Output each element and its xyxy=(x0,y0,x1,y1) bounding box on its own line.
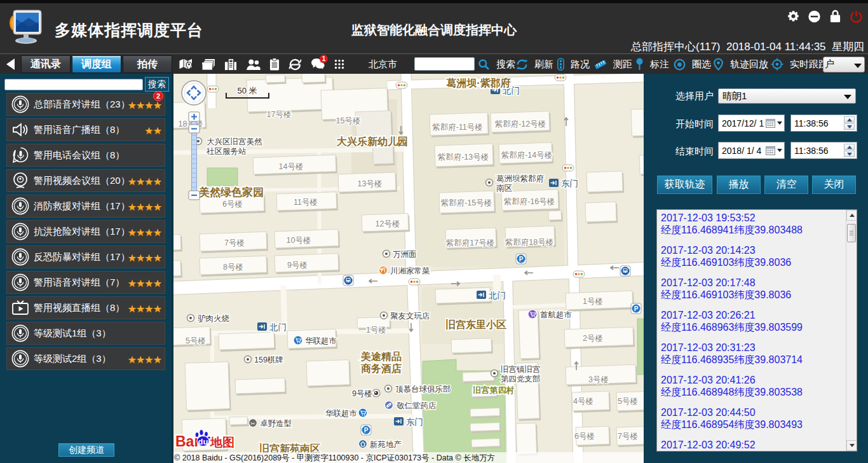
action-label: 搜索 xyxy=(496,59,515,71)
calendar-icon[interactable] xyxy=(764,119,782,128)
mic-circle-icon xyxy=(11,95,29,113)
track-entry[interactable]: 2017-12-03 19:53:52经度116.468941纬度39.8034… xyxy=(661,212,846,236)
action-label: 测距 xyxy=(613,59,632,71)
group-search-input[interactable] xyxy=(4,79,143,90)
track-entry[interactable]: 2017-12-03 20:31:23经度116.468935纬度39.8037… xyxy=(661,342,846,366)
map-building xyxy=(631,109,644,136)
power-icon[interactable] xyxy=(850,10,863,23)
lock-icon[interactable] xyxy=(829,10,842,23)
map-canvas[interactable]: 17号楼15号楼18号楼14号楼13号楼6号楼11号楼12号楼7号楼10号楼8号… xyxy=(172,74,644,463)
map-building-label: 4号楼 xyxy=(573,397,593,406)
map-building xyxy=(585,202,616,222)
baidu-logo-paw-icon xyxy=(200,430,203,436)
group-item[interactable]: 警用视频直播组（8）★★★★ xyxy=(6,296,165,319)
group-item[interactable]: 消防救援对讲组（17）★★★★ xyxy=(6,195,165,218)
map-building-label: 紫郡府18号楼 xyxy=(505,238,553,247)
center-title: 监狱智能化融合调度指挥中心 xyxy=(0,22,868,39)
action-search[interactable]: 搜索 xyxy=(478,57,515,72)
track-time: 2017-12-03 20:41:26 xyxy=(661,374,846,386)
refresh-icon xyxy=(516,59,531,71)
group-item[interactable]: 抗洪抢险对讲组（17）★★★★ xyxy=(6,220,165,243)
action-refresh[interactable]: 刷新 xyxy=(516,57,553,72)
start-date-field[interactable]: 2017/12/ 1 xyxy=(718,114,785,132)
bus-stop-icon xyxy=(623,272,625,273)
circle-select-icon xyxy=(674,59,689,71)
poi-label: 社区服务站 xyxy=(206,147,247,156)
get-track-button[interactable]: 获取轨迹 xyxy=(657,176,712,194)
tv-play-icon xyxy=(11,299,29,317)
clear-button[interactable]: 清空 xyxy=(764,176,808,194)
action-track-playback[interactable]: 轨迹回放 xyxy=(713,57,768,72)
map-building-label: 1号楼 xyxy=(366,326,386,335)
track-coord: 经度116.469103纬度39.8036 xyxy=(661,289,846,301)
track-list[interactable]: 2017-12-03 19:53:52经度116.468941纬度39.8034… xyxy=(656,209,857,452)
scroll-down-icon[interactable] xyxy=(846,440,857,451)
map-scale-label: 50 米 xyxy=(237,86,257,95)
end-date-field[interactable]: 2018/ 1/ 4 xyxy=(718,142,785,159)
map-building xyxy=(302,74,325,83)
end-time-field[interactable]: 11:38:56 xyxy=(790,142,857,159)
poi-label: 南区 xyxy=(496,184,513,193)
track-coord: 经度116.468935纬度39.803714 xyxy=(661,354,846,366)
track-time: 2017-12-03 20:49:52 xyxy=(661,439,846,451)
close-button[interactable]: 关闭 xyxy=(812,176,856,194)
create-channel-button[interactable]: 创建频道 xyxy=(58,443,114,457)
group-item[interactable]: 警用电话会议组（8） xyxy=(6,144,165,167)
district-label: 商务酒店 xyxy=(361,363,402,374)
action-marker[interactable]: 标注 xyxy=(635,57,669,72)
track-entry[interactable]: 2017-12-03 20:17:48经度116.469103纬度39.8036 xyxy=(661,277,846,301)
minimize-icon[interactable] xyxy=(808,10,821,23)
start-time-field[interactable]: 11:38:56 xyxy=(790,114,857,132)
map-building xyxy=(463,371,494,382)
group-search-button[interactable]: 搜索 xyxy=(145,77,169,92)
group-name: 总部语音对讲组（23） xyxy=(34,99,130,111)
group-item[interactable]: 警用语音广播组（8）★★ xyxy=(6,118,165,141)
action-traffic[interactable]: 路况 xyxy=(557,57,590,72)
traffic-light-yellow xyxy=(578,273,580,275)
district-label: 美然绿色家园 xyxy=(198,186,264,198)
traffic-light-yellow xyxy=(212,88,214,90)
map-building-label: 5号楼 xyxy=(186,336,206,345)
group-item[interactable]: 警用语音对讲组（7）★★★★ xyxy=(6,271,165,294)
action-label: 路况 xyxy=(571,59,590,71)
track-time: 2017-12-03 20:14:23 xyxy=(661,244,846,256)
group-item[interactable]: 警用视频会议组（20）★★★★ xyxy=(6,169,165,192)
action-circle-select[interactable]: 圈选 xyxy=(674,57,711,72)
track-entry[interactable]: 2017-12-03 20:44:50经度116.468954纬度39.8034… xyxy=(661,406,846,431)
group-item[interactable]: 总部语音对讲组（23）★★★★2 xyxy=(6,93,165,116)
track-entry[interactable]: 2017-12-03 20:14:23经度116.469103纬度39.8036 xyxy=(661,244,846,268)
scroll-thumb[interactable] xyxy=(847,224,856,242)
track-scrollbar[interactable] xyxy=(846,210,857,451)
group-item[interactable]: 等级测试2组（3）★★★★ xyxy=(6,347,165,370)
track-panel: 选择用户 晴朗1 开始时间 2017/12/ 1 11:38:56 结束时间 2… xyxy=(644,74,868,463)
track-coord: 经度116.468941纬度39.803488 xyxy=(661,224,846,236)
map-building xyxy=(470,408,499,417)
user-combo[interactable]: 户 xyxy=(823,57,865,73)
scroll-up-icon[interactable] xyxy=(846,210,857,221)
time-spinner[interactable] xyxy=(844,144,855,157)
header-bar: 多媒体指挥调度平台 监狱智能化融合调度指挥中心 总部指挥中心(117) 2018… xyxy=(0,0,868,53)
billiards-icon xyxy=(374,391,378,395)
map-pan-control[interactable] xyxy=(182,81,206,105)
action-realtime-track[interactable]: 实时跟踪 xyxy=(771,57,828,72)
start-time-value: 11:38:56 xyxy=(794,118,828,128)
group-item[interactable]: 反恐防暴对讲组（17）★★★★ xyxy=(6,245,165,268)
traffic-light-red xyxy=(398,84,400,86)
supermarket-icon xyxy=(299,342,301,343)
action-measure[interactable]: 测距 xyxy=(594,57,632,72)
map-building-label: 13号楼 xyxy=(358,179,383,188)
poi-label: 首航超市 xyxy=(540,310,572,319)
group-item[interactable]: 等级测试1组（3） xyxy=(6,322,165,345)
play-button[interactable]: 播放 xyxy=(717,176,761,194)
group-stars: ★★ xyxy=(144,125,161,137)
time-spinner[interactable] xyxy=(844,116,855,130)
settings-icon[interactable] xyxy=(787,10,800,23)
track-entry[interactable]: 2017-12-03 20:41:26经度116.468948纬度39.8035… xyxy=(661,374,846,398)
select-user-combo[interactable]: 晴朗1 xyxy=(718,88,856,104)
track-entry[interactable]: 2017-12-03 20:26:21经度116.468963纬度39.8035… xyxy=(661,309,846,333)
action-label: 圈选 xyxy=(692,59,711,71)
group-name: 消防救援对讲组（17） xyxy=(34,200,130,212)
track-entry[interactable]: 2017-12-03 20:49:52经度116.468948纬度39.8035… xyxy=(661,439,846,451)
traffic-light-green xyxy=(570,167,573,169)
calendar-icon[interactable] xyxy=(764,146,782,155)
